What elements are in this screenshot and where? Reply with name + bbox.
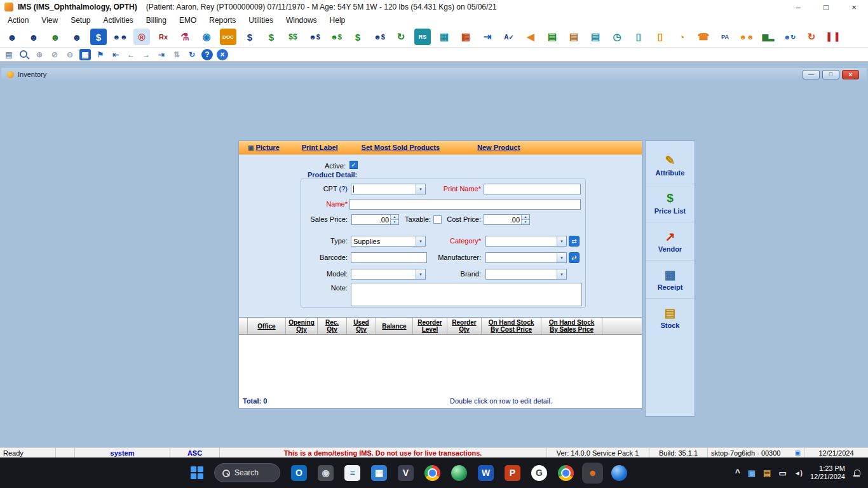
document-history-icon[interactable]: ▯ — [652, 29, 668, 45]
spin-down-icon[interactable] — [391, 219, 398, 224]
taskbar-outlook-icon[interactable]: O — [291, 465, 307, 481]
first-record-icon[interactable]: ⇤ — [110, 49, 121, 60]
menu-activities[interactable]: Activities — [97, 15, 140, 26]
tray-onedrive-icon[interactable]: ▤ — [763, 468, 771, 478]
rs-icon[interactable]: RS — [414, 29, 431, 45]
spin-up-icon[interactable] — [391, 215, 398, 219]
vendor-button[interactable]: ↗ Vendor — [646, 222, 695, 260]
price-list-button[interactable]: $ Price List — [646, 184, 695, 222]
receipt-list-icon[interactable]: ▤ — [587, 29, 604, 45]
manufacturer-dropdown-arrow-icon[interactable] — [557, 253, 566, 262]
cpt-input[interactable] — [351, 184, 426, 194]
refresh-claims-icon[interactable]: ↻ — [393, 29, 409, 45]
prev-record-icon[interactable]: ← — [125, 49, 137, 60]
menu-help[interactable]: Help — [323, 15, 352, 26]
col-rec-qty[interactable]: Rec. Qty — [318, 318, 347, 334]
batch-payment-icon[interactable]: $$ — [285, 29, 301, 45]
stock-button[interactable]: ▤ Stock — [646, 298, 695, 336]
payment-icon[interactable]: $ — [263, 29, 280, 45]
checkin-icon[interactable]: ⇥ — [479, 29, 496, 45]
tray-cast-icon[interactable]: ▭ — [778, 468, 786, 478]
taskbar-store-icon[interactable]: ▦ — [371, 465, 387, 481]
scheduler-day-icon[interactable]: ▦ — [458, 29, 474, 45]
authorization-icon[interactable]: A✓ — [501, 29, 517, 45]
tray-volume-icon[interactable]: ◄) — [794, 470, 803, 477]
print-name-input[interactable] — [484, 184, 581, 194]
superbill-icon[interactable]: ▤ — [544, 29, 560, 45]
wedge-icon[interactable]: ◀ — [522, 29, 539, 45]
delete-icon[interactable]: ⊖ — [64, 49, 76, 60]
type-select[interactable]: Supplies — [351, 236, 426, 247]
manufacturer-lookup-button[interactable] — [569, 252, 580, 263]
picture-link[interactable]: ▣ Picture — [248, 144, 280, 151]
maximize-button[interactable]: □ — [812, 0, 840, 14]
cost-price-spinner[interactable] — [521, 215, 529, 224]
cost-price-value[interactable] — [484, 215, 521, 224]
taskbar-camera-icon[interactable]: ◉ — [318, 465, 334, 481]
group-orange-icon[interactable]: ☻☻ — [738, 29, 755, 45]
col-used-qty[interactable]: Used Qty — [347, 318, 376, 334]
col-balance[interactable]: Balance — [376, 318, 413, 334]
taskbar-powerpoint-icon[interactable]: P — [505, 465, 520, 481]
tray-chevron-up-icon[interactable]: ^ — [735, 468, 740, 478]
patient-verify-icon[interactable]: ☻ — [47, 29, 64, 45]
tray-teams-icon[interactable]: ▣ — [748, 468, 756, 478]
menu-emo[interactable]: EMO — [173, 15, 203, 26]
patient-group-icon[interactable]: ☻☻ — [112, 29, 128, 45]
patient-print-icon[interactable]: ☻ — [69, 29, 85, 45]
print-label-link[interactable]: Print Label — [300, 144, 338, 151]
help-icon[interactable]: ? — [201, 49, 213, 60]
note-input[interactable] — [351, 283, 582, 306]
charge-edit-icon[interactable]: $ — [241, 29, 258, 45]
doc-management-icon[interactable]: DOC — [220, 29, 236, 45]
child-minimize-button[interactable]: — — [803, 70, 820, 79]
minimize-button[interactable]: – — [784, 0, 812, 14]
pa-flag-icon[interactable]: PA — [717, 29, 733, 45]
col-office[interactable]: Office — [248, 318, 286, 334]
name-input[interactable] — [349, 199, 581, 210]
document-icon[interactable]: ▯ — [630, 29, 647, 45]
stock-grid-body[interactable]: Total: 0 Double click on row to edit det… — [239, 335, 642, 408]
patient-sync-icon[interactable]: ☻↻ — [782, 29, 798, 45]
browse-icon[interactable]: ▤ — [3, 49, 15, 60]
category-dropdown-arrow-icon[interactable] — [557, 236, 566, 246]
taskbar-chrome-icon[interactable] — [424, 465, 440, 481]
cost-price-input[interactable] — [484, 214, 530, 225]
menu-utilities[interactable]: Utilities — [242, 15, 280, 26]
quick-pay-icon[interactable]: $ — [349, 29, 366, 45]
save-icon[interactable]: ▦ — [79, 49, 91, 60]
start-button[interactable] — [191, 466, 203, 479]
col-opening-qty[interactable]: Opening Qty — [286, 318, 318, 334]
next-record-icon[interactable]: → — [140, 49, 152, 60]
child-close-button[interactable]: × — [842, 70, 859, 79]
group-ledger-icon[interactable]: ☻$ — [371, 29, 388, 45]
refresh-icon[interactable]: ↻ — [186, 49, 198, 60]
menu-view[interactable]: View — [35, 15, 64, 26]
report-pie-icon[interactable]: ◔ — [674, 29, 690, 45]
bookmark-icon[interactable]: ⚑ — [95, 49, 106, 60]
attribute-button[interactable]: ✎ Attribute — [646, 146, 695, 184]
notification-bell-icon[interactable] — [853, 468, 860, 477]
col-onhand-sales[interactable]: On Hand Stock By Sales Price — [541, 318, 602, 334]
category-lookup-button[interactable] — [569, 236, 580, 247]
inventory-window-titlebar[interactable]: Inventory — □ × — [1, 68, 867, 81]
lab-icon[interactable]: ⚗ — [177, 29, 193, 45]
taskbar-tasks-icon[interactable]: ≡ — [344, 465, 360, 481]
cpt-help-link[interactable]: (?) — [339, 185, 348, 193]
cancel-icon[interactable]: ⊘ — [49, 49, 60, 60]
account-inquiry-icon[interactable]: ☻$ — [306, 29, 323, 45]
close-button[interactable]: × — [840, 0, 868, 14]
taskbar-v-icon[interactable]: V — [398, 465, 414, 481]
security-shield-icon[interactable]: ◉ — [198, 29, 215, 45]
set-most-sold-link[interactable]: Set Most Sold Products — [360, 144, 440, 151]
menu-billing[interactable]: Billing — [140, 15, 173, 26]
brand-dropdown-arrow-icon[interactable] — [557, 269, 566, 279]
sales-price-input[interactable] — [351, 214, 399, 225]
appointment-clock-icon[interactable]: ◷ — [609, 29, 625, 45]
edge-bars-icon[interactable]: ▌▐ — [825, 29, 841, 45]
menu-windows[interactable]: Windows — [280, 15, 323, 26]
taskbar-search[interactable]: Search — [214, 463, 280, 482]
taskbar-ims-icon[interactable]: ☻ — [585, 465, 600, 481]
patient-edit-icon[interactable]: ☻ — [25, 29, 42, 45]
patient-payment-icon[interactable]: $ — [90, 29, 107, 45]
